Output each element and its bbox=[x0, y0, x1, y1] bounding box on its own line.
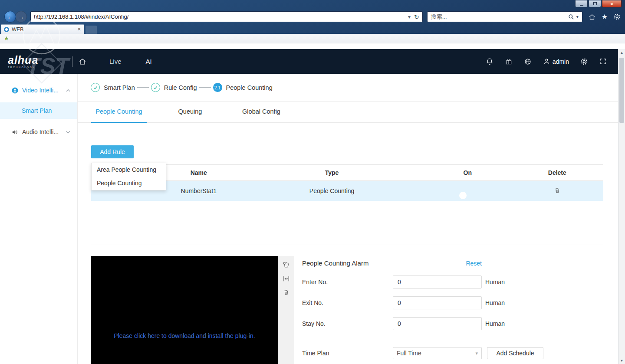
chevron-down-icon bbox=[66, 131, 70, 134]
exit-no-label: Exit No. bbox=[302, 299, 393, 306]
page-scrollbar[interactable]: ▲ ▼ bbox=[618, 49, 625, 364]
time-plan-row: Time Plan Full Time ▾ Add Schedule bbox=[302, 347, 603, 359]
chevron-up-icon bbox=[66, 89, 70, 92]
app-header: alhua TECHNOLOGY Live AI bbox=[0, 49, 618, 74]
sidebar-item-smart-plan[interactable]: Smart Plan bbox=[0, 102, 77, 119]
screen: × ← → http://192.168.1.108/#/index/AICon… bbox=[0, 0, 625, 364]
gear-icon[interactable] bbox=[580, 58, 588, 66]
time-plan-select[interactable]: Full Time ▾ bbox=[393, 347, 482, 359]
tab-people-counting[interactable]: People Counting bbox=[91, 102, 147, 122]
scrollbar-thumb[interactable] bbox=[619, 58, 624, 123]
minimize-button[interactable] bbox=[575, 0, 588, 7]
nav-live[interactable]: Live bbox=[109, 58, 122, 65]
browser-tab[interactable]: WEB ✕ bbox=[1, 24, 84, 34]
draw-toolbar bbox=[278, 256, 294, 364]
browser-search-input[interactable]: 搜索... ▾ bbox=[427, 11, 582, 22]
browser-tab-row: WEB ✕ bbox=[0, 24, 625, 34]
step-label: People Counting bbox=[226, 84, 273, 91]
col-header-on: On bbox=[464, 169, 472, 176]
video-intelligence-icon bbox=[11, 87, 19, 94]
sidebar-item-label: Video Intelli... bbox=[22, 87, 59, 94]
forward-button[interactable]: → bbox=[15, 11, 27, 23]
draw-polygon-icon[interactable] bbox=[283, 261, 290, 269]
stay-no-row: Stay No. Human bbox=[302, 317, 603, 330]
nav-ai[interactable]: AI bbox=[146, 58, 152, 65]
url-dropdown-icon[interactable]: ▾ bbox=[408, 14, 411, 20]
search-dropdown-icon[interactable]: ▾ bbox=[576, 14, 579, 19]
settings-icon[interactable] bbox=[613, 13, 621, 20]
toggle-knob bbox=[459, 192, 467, 199]
url-text: http://192.168.1.108/#/index/AIConfig/ bbox=[34, 13, 128, 20]
delete-rule-button[interactable] bbox=[554, 187, 560, 193]
reset-link[interactable]: Reset bbox=[466, 260, 482, 267]
maximize-button[interactable] bbox=[589, 0, 601, 7]
window-controls: × bbox=[575, 0, 622, 7]
enter-no-unit: Human bbox=[482, 279, 603, 285]
user-menu[interactable]: admin bbox=[543, 58, 569, 65]
maximize-icon bbox=[593, 2, 597, 5]
forward-icon: → bbox=[18, 13, 24, 20]
main-panel: Smart Plan Rule Config 2.1 People Counti… bbox=[78, 74, 618, 364]
step-label: Smart Plan bbox=[104, 84, 135, 91]
scroll-up-arrow[interactable]: ▲ bbox=[618, 49, 625, 56]
tab-global-config[interactable]: Global Config bbox=[234, 102, 289, 122]
rules-table: Name Type On Delete NumberStat1 People C… bbox=[91, 164, 603, 245]
tab-close-icon[interactable]: ✕ bbox=[77, 26, 81, 32]
rule-type: People Counting bbox=[309, 187, 355, 194]
globe-icon[interactable] bbox=[524, 58, 532, 66]
tab-queuing[interactable]: Queuing bbox=[162, 102, 218, 122]
select-caret-icon: ▾ bbox=[475, 351, 478, 356]
sidebar-item-label: Audio Intelli... bbox=[22, 128, 59, 135]
sidebar: Video Intelli... Smart Plan Audio Intell… bbox=[0, 74, 78, 364]
enter-no-input[interactable] bbox=[393, 275, 482, 289]
fullscreen-icon[interactable] bbox=[599, 58, 607, 65]
col-header-type: Type bbox=[325, 169, 339, 176]
alarm-bell-icon[interactable] bbox=[486, 58, 493, 66]
home-nav-icon[interactable] bbox=[78, 57, 87, 66]
tab-content: Add Rule Area People Counting People Cou… bbox=[78, 123, 618, 364]
favorites-star-icon[interactable]: ★ bbox=[4, 35, 9, 42]
step-label: Rule Config bbox=[164, 84, 197, 91]
address-bar[interactable]: http://192.168.1.108/#/index/AIConfig/ ▾… bbox=[30, 11, 423, 22]
favorites-bar: ★ bbox=[0, 34, 625, 43]
scroll-down-arrow[interactable]: ▼ bbox=[618, 357, 625, 364]
add-rule-dropdown: Area People Counting People Counting bbox=[91, 163, 166, 190]
time-plan-value: Full Time bbox=[397, 350, 421, 357]
sidebar-item-video-intelligence[interactable]: Video Intelli... bbox=[0, 81, 77, 100]
menu-item-area-people-counting[interactable]: Area People Counting bbox=[92, 163, 166, 177]
header-divider bbox=[72, 56, 72, 67]
table-empty-area bbox=[91, 201, 603, 245]
gift-icon[interactable] bbox=[505, 58, 513, 66]
user-icon bbox=[543, 58, 550, 65]
delete-drawing-icon[interactable] bbox=[283, 289, 289, 295]
table-row: NumberStat1 People Counting bbox=[91, 181, 603, 201]
add-rule-button[interactable]: Add Rule bbox=[91, 145, 134, 158]
step-done-icon bbox=[151, 83, 160, 92]
back-button[interactable]: ← bbox=[4, 11, 16, 23]
browser-action-icons: ★ bbox=[588, 13, 621, 21]
exit-no-input[interactable] bbox=[393, 296, 482, 309]
search-placeholder: 搜索... bbox=[431, 13, 447, 21]
exit-no-unit: Human bbox=[482, 299, 603, 306]
tab-title: WEB bbox=[12, 26, 23, 33]
content-tabs: People Counting Queuing Global Config bbox=[78, 102, 618, 123]
search-icon[interactable] bbox=[568, 14, 574, 20]
config-stepper: Smart Plan Rule Config 2.1 People Counti… bbox=[78, 74, 618, 102]
new-tab-button[interactable] bbox=[86, 26, 97, 34]
adjust-width-icon[interactable] bbox=[283, 275, 290, 282]
close-button[interactable]: × bbox=[602, 0, 622, 7]
alarm-title: People Counting Alarm bbox=[302, 259, 393, 267]
favorites-icon[interactable]: ★ bbox=[602, 13, 608, 20]
step-done-icon bbox=[91, 83, 100, 92]
refresh-icon[interactable]: ↻ bbox=[414, 13, 419, 20]
stay-no-input[interactable] bbox=[393, 317, 482, 330]
add-schedule-button[interactable]: Add Schedule bbox=[487, 347, 543, 359]
menu-item-people-counting[interactable]: People Counting bbox=[92, 177, 166, 190]
browser-address-row: ← → http://192.168.1.108/#/index/AIConfi… bbox=[0, 10, 625, 24]
enter-no-row: Enter No. Human bbox=[302, 275, 603, 289]
home-icon[interactable] bbox=[588, 13, 596, 21]
sidebar-item-audio-intelligence[interactable]: Audio Intelli... bbox=[0, 122, 77, 141]
brand-subtext: TECHNOLOGY bbox=[8, 66, 72, 69]
plugin-download-link[interactable]: Please click here to download and instal… bbox=[91, 332, 278, 339]
close-icon: × bbox=[610, 1, 613, 7]
